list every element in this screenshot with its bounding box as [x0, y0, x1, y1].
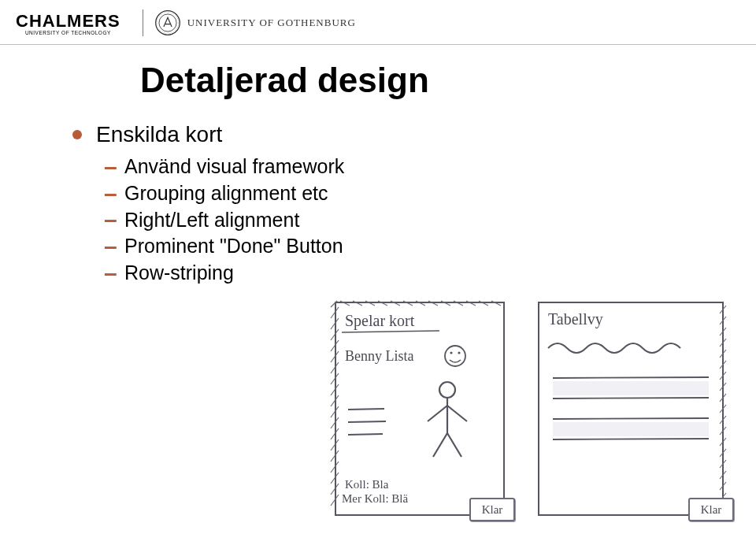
bullet-item: Enskilda kort	[72, 122, 717, 147]
dash-text: Använd visual framework	[124, 154, 344, 180]
dash-item: –Prominent "Done" Button	[104, 233, 717, 260]
sketch-left-heading: Spelar kort	[345, 312, 415, 330]
svg-line-43	[447, 406, 467, 421]
svg-rect-73	[553, 381, 709, 395]
chalmers-wordmark: CHALMERS	[16, 11, 120, 32]
sketch-area: Spelar kort Benny Lista	[329, 299, 729, 520]
dash-text: Right/Left alignment	[124, 207, 299, 234]
svg-rect-49	[539, 302, 723, 515]
svg-line-70	[553, 398, 709, 399]
dash-text: Prominent "Done" Button	[124, 233, 343, 260]
dash-icon: –	[104, 261, 124, 285]
dash-icon: –	[104, 208, 124, 232]
sketch-left-meta2: Mer Koll: Blä	[342, 492, 408, 505]
dash-list: –Använd visual framework –Grouping align…	[104, 154, 717, 287]
bullet-text: Enskilda kort	[96, 122, 222, 147]
sketch-right-done-button[interactable]: Klar	[688, 498, 734, 521]
gu-seal-icon	[154, 9, 181, 36]
svg-point-37	[445, 346, 465, 366]
svg-point-2	[157, 12, 178, 33]
svg-line-36	[342, 331, 439, 332]
svg-rect-74	[553, 422, 709, 436]
dash-icon: –	[104, 235, 124, 258]
slide-title: Detaljerad design	[140, 61, 717, 100]
svg-line-72	[553, 439, 709, 439]
dash-item: –Grouping alignment etc	[104, 180, 717, 207]
dash-text: Grouping alignment etc	[124, 180, 328, 207]
svg-point-39	[458, 351, 460, 354]
bullet-disc-icon	[72, 130, 82, 139]
svg-line-47	[348, 421, 386, 422]
slide-body: Detaljerad design Enskilda kort –Använd …	[0, 45, 756, 287]
stick-figure-icon	[428, 382, 467, 457]
header-divider	[143, 9, 143, 36]
svg-line-69	[553, 377, 709, 378]
slide-page: CHALMERS UNIVERSITY OF TECHNOLOGY UNIVER…	[0, 0, 756, 545]
chalmers-subtitle: UNIVERSITY OF TECHNOLOGY	[25, 30, 111, 35]
sketch-right-heading: Tabellvy	[548, 310, 603, 328]
svg-line-44	[433, 433, 447, 457]
sketch-table-card: Tabellvy Klar	[532, 299, 729, 520]
svg-point-38	[450, 351, 452, 354]
dash-icon: –	[104, 155, 124, 179]
svg-line-45	[447, 433, 461, 457]
sketch-left-done-button[interactable]: Klar	[469, 498, 515, 521]
svg-line-46	[348, 409, 384, 410]
svg-line-48	[348, 434, 383, 435]
sketch-left-meta1: Koll: Bla	[345, 478, 389, 491]
dash-text: Row-striping	[124, 260, 234, 287]
dash-item: –Använd visual framework	[104, 154, 717, 180]
gu-text: UNIVERSITY OF GOTHENBURG	[187, 17, 356, 29]
chalmers-logo: CHALMERS UNIVERSITY OF TECHNOLOGY	[16, 11, 120, 35]
dash-icon: –	[104, 182, 124, 206]
dash-item: –Right/Left alignment	[104, 207, 717, 234]
sketch-player-card: Spelar kort Benny Lista	[329, 299, 510, 520]
svg-line-42	[428, 406, 447, 421]
sketch-left-name: Benny Lista	[345, 348, 414, 364]
dash-item: –Row-striping	[104, 260, 717, 287]
slide-header: CHALMERS UNIVERSITY OF TECHNOLOGY UNIVER…	[0, 0, 756, 45]
svg-point-40	[439, 382, 455, 398]
svg-line-71	[553, 418, 709, 419]
